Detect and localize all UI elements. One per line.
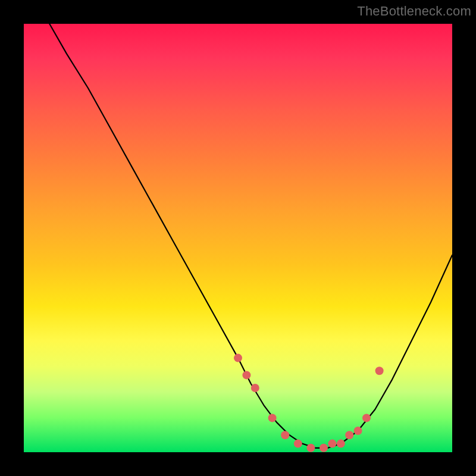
watermark-text: TheBottleneck.com [357,4,471,19]
highlight-dot [242,371,250,379]
highlight-dot [251,384,259,392]
highlight-dot [294,440,302,448]
highlight-dots-group [234,354,384,452]
highlight-dot [337,440,345,448]
highlight-dot [268,414,277,422]
highlight-dot [354,427,362,435]
highlight-dot [375,367,384,375]
highlight-dot [328,440,336,448]
highlight-dot [320,444,328,452]
chart-container: TheBottleneck.com [0,0,476,476]
highlight-dot [345,431,353,439]
highlight-dot [234,354,242,362]
highlight-dot [362,414,371,422]
highlight-dot [306,444,315,452]
chart-svg [24,24,452,452]
bottleneck-curve [49,24,452,448]
highlight-dot [281,431,289,439]
